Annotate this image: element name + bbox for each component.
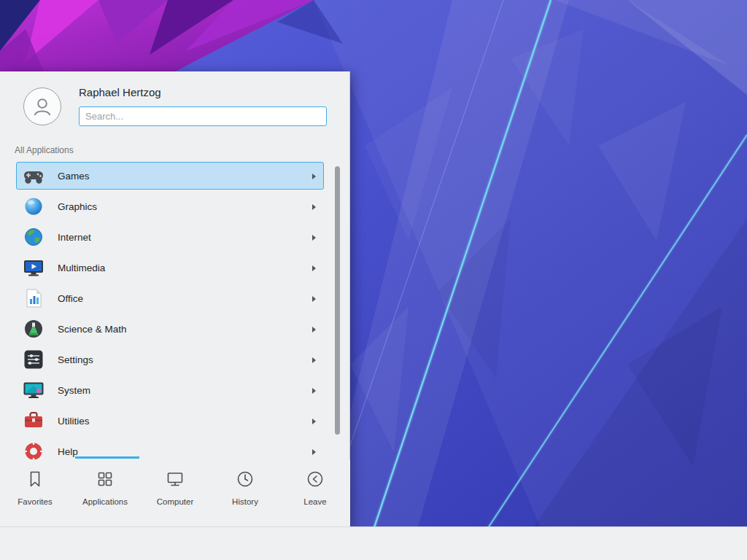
category-row-help[interactable]: Help [16,438,324,459]
category-label: Utilities [58,416,90,427]
category-list-scrollbar[interactable] [335,166,340,435]
section-label-all-applications: All Applications [15,145,74,155]
category-label: Settings [58,354,93,365]
app-grid-icon [96,470,115,489]
category-row-settings[interactable]: Settings [16,346,324,373]
sliders-icon [22,348,45,371]
taskbar-panel: ES 7:03 PM 4/24/21 [0,526,747,560]
category-row-office[interactable]: Office [16,284,324,312]
document-chart-icon [22,287,45,310]
category-row-system[interactable]: System [16,376,324,404]
globe-icon [22,225,45,249]
submenu-arrow-icon [312,265,316,271]
category-label: Office [58,293,83,304]
tab-applications[interactable]: Applications [70,459,140,526]
tab-label: Favorites [18,497,52,506]
flask-icon [22,317,45,341]
submenu-arrow-icon [312,449,316,455]
tab-label: Leave [303,497,326,506]
submenu-arrow-icon [312,235,316,241]
submenu-arrow-icon [312,357,316,363]
category-row-science-math[interactable]: Science & Math [16,315,324,343]
toolbox-icon [22,409,45,432]
tab-label: History [232,497,258,506]
category-label: Internet [58,232,91,243]
bookmark-icon [26,470,44,489]
submenu-arrow-icon [312,296,316,302]
submenu-arrow-icon [312,174,316,179]
category-row-graphics[interactable]: Graphics [16,192,324,220]
tab-favorites[interactable]: Favorites [0,459,70,526]
user-person-icon [30,94,55,119]
tab-computer[interactable]: Computer [140,459,210,526]
media-screen-icon [22,256,45,279]
submenu-arrow-icon [312,327,316,332]
category-label: Games [58,171,90,182]
application-launcher-menu: Raphael Hertzog All Applications Games [0,71,350,526]
tab-label: Applications [82,497,128,506]
life-ring-icon [22,440,45,459]
tab-label: Computer [157,497,194,506]
category-label: Help [58,446,78,457]
leave-circle-icon [306,470,325,489]
category-label: Graphics [58,201,97,212]
category-label: Multimedia [58,262,105,273]
category-row-games[interactable]: Games [16,162,324,190]
clock-icon [236,470,255,489]
submenu-arrow-icon [312,388,316,394]
launcher-tab-bar: Favorites Applications Comp [0,459,350,526]
submenu-arrow-icon [312,419,316,424]
user-name: Raphael Hertzog [79,86,161,98]
sphere-icon [22,195,45,218]
monitor-icon [166,470,185,489]
tab-leave[interactable]: Leave [280,459,350,526]
gamepad-icon [22,164,45,187]
user-avatar[interactable] [23,88,61,125]
category-row-utilities[interactable]: Utilities [16,407,324,435]
category-list: Games Graphics [0,162,350,459]
category-label: Science & Math [58,324,127,335]
search-input[interactable] [79,106,327,126]
tab-history[interactable]: History [210,459,280,526]
category-row-internet[interactable]: Internet [16,223,324,251]
category-label: System [58,385,90,396]
system-monitor-icon [22,378,45,402]
category-row-multimedia[interactable]: Multimedia [16,254,324,281]
active-tab-indicator [75,456,139,459]
submenu-arrow-icon [312,204,316,210]
